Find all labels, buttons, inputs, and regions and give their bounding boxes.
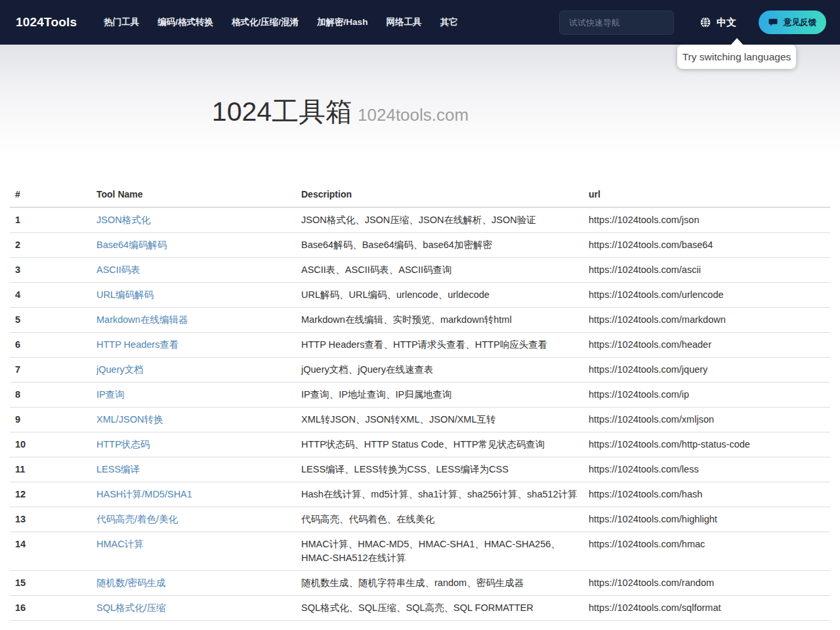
tool-name-link[interactable]: URL编码解码 — [96, 289, 154, 300]
tool-name-link[interactable]: HASH计算/MD5/SHA1 — [96, 489, 192, 499]
header-tool-name: Tool Name — [91, 182, 296, 207]
tool-url: https://1024tools.com/header — [583, 333, 830, 358]
tool-name-link[interactable]: IP查询 — [96, 389, 125, 400]
tool-description: 随机数生成、随机字符串生成、random、密码生成器 — [296, 571, 583, 596]
tool-url: https://1024tools.com/ascii — [583, 258, 830, 283]
tool-url: https://1024tools.com/base64 — [583, 233, 830, 258]
row-number: 13 — [10, 507, 91, 532]
table-row: 3 ASCII码表 ASCII表、ASCII码表、ASCII码查询 https:… — [10, 258, 830, 283]
table-row: 9 XML/JSON转换 XML转JSON、JSON转XML、JSON/XML互… — [10, 408, 830, 432]
menu-item-others[interactable]: 其它 — [430, 0, 467, 45]
row-number: 8 — [10, 383, 91, 408]
menu-item-crypto-hash[interactable]: 加解密/Hash — [308, 0, 377, 45]
row-number: 9 — [10, 408, 91, 432]
tool-name-link[interactable]: LESS编译 — [96, 464, 140, 474]
top-navbar: 1024Tools 热门工具 编码/格式转换 格式化/压缩/混淆 加解密/Has… — [0, 0, 840, 45]
table-row: 4 URL编码解码 URL解码、URL编码、urlencode、urldecod… — [10, 283, 830, 308]
tool-url: https://1024tools.com/hmac — [583, 532, 830, 571]
row-number: 1 — [10, 207, 91, 233]
tool-name-link[interactable]: Base64编码解码 — [96, 240, 167, 250]
tool-description: Markdown在线编辑、实时预览、markdown转html — [296, 308, 583, 333]
chat-bubble-icon — [768, 18, 778, 27]
feedback-label: 意见反馈 — [784, 17, 816, 28]
table-row: 5 Markdown在线编辑器 Markdown在线编辑、实时预览、markdo… — [10, 308, 830, 333]
tool-name-link[interactable]: jQuery文档 — [96, 364, 144, 375]
tool-description: ASCII表、ASCII码表、ASCII码查询 — [296, 258, 583, 283]
row-number: 15 — [10, 571, 91, 596]
row-number: 6 — [10, 333, 91, 358]
row-number: 4 — [10, 283, 91, 308]
tool-url: https://1024tools.com/less — [583, 457, 830, 482]
tool-description: 代码高亮、代码着色、在线美化 — [296, 507, 583, 532]
tool-url: https://1024tools.com/random — [583, 571, 830, 596]
tool-name-link[interactable]: JSON格式化 — [96, 215, 150, 225]
tool-name-link[interactable]: HMAC计算 — [96, 539, 144, 549]
tool-name-link[interactable]: SQL格式化/压缩 — [96, 602, 166, 613]
tool-description: XML转JSON、JSON转XML、JSON/XML互转 — [296, 408, 583, 432]
row-number: 11 — [10, 457, 91, 482]
row-number: 7 — [10, 358, 91, 383]
row-number: 5 — [10, 308, 91, 333]
table-body: 1 JSON格式化 JSON格式化、JSON压缩、JSON在线解析、JSON验证… — [10, 207, 830, 621]
tool-description: LESS编译、LESS转换为CSS、LESS编译为CSS — [296, 457, 583, 482]
row-number: 12 — [10, 482, 91, 507]
menu-item-hot-tools[interactable]: 热门工具 — [94, 0, 148, 45]
page-subtitle-domain: 1024tools.com — [358, 105, 469, 125]
tooltip-text: Try switching languages — [682, 51, 791, 63]
tool-name-link[interactable]: XML/JSON转换 — [96, 414, 163, 425]
table-header-row: # Tool Name Description url — [10, 182, 830, 207]
menu-item-encode-convert[interactable]: 编码/格式转换 — [148, 0, 222, 45]
language-switcher[interactable]: 中文 — [700, 16, 736, 29]
globe-icon — [700, 17, 711, 28]
table-row: 7 jQuery文档 jQuery文档、jQuery在线速查表 https://… — [10, 358, 830, 383]
table-row: 1 JSON格式化 JSON格式化、JSON压缩、JSON在线解析、JSON验证… — [10, 207, 830, 233]
row-number: 3 — [10, 258, 91, 283]
hero-header: 1024工具箱1024tools.com — [0, 45, 681, 130]
table-row: 6 HTTP Headers查看 HTTP Headers查看、HTTP请求头查… — [10, 333, 830, 358]
brand-logo[interactable]: 1024Tools — [16, 15, 77, 30]
tool-description: URL解码、URL编码、urlencode、urldecode — [296, 283, 583, 308]
tool-url: https://1024tools.com/markdown — [583, 308, 830, 333]
page-title: 1024工具箱 — [212, 96, 352, 127]
header-url: url — [583, 182, 830, 207]
language-label: 中文 — [717, 16, 736, 29]
tool-description: Hash在线计算、md5计算、sha1计算、sha256计算、sha512计算 — [296, 482, 583, 507]
tool-name-link[interactable]: 随机数/密码生成 — [96, 578, 166, 588]
row-number: 14 — [10, 532, 91, 571]
tool-description: HTTP状态码、HTTP Status Code、HTTP常见状态码查询 — [296, 432, 583, 457]
tool-description: JSON格式化、JSON压缩、JSON在线解析、JSON验证 — [296, 207, 583, 233]
tool-description: HTTP Headers查看、HTTP请求头查看、HTTP响应头查看 — [296, 333, 583, 358]
table-row: 13 代码高亮/着色/美化 代码高亮、代码着色、在线美化 https://102… — [10, 507, 830, 532]
tools-table: # Tool Name Description url 1 JSON格式化 JS… — [10, 182, 830, 621]
tool-name-link[interactable]: HTTP Headers查看 — [96, 339, 178, 350]
tool-url: https://1024tools.com/hash — [583, 482, 830, 507]
tool-description: IP查询、IP地址查询、IP归属地查询 — [296, 383, 583, 408]
tool-url: https://1024tools.com/urlencode — [583, 283, 830, 308]
table-row: 15 随机数/密码生成 随机数生成、随机字符串生成、random、密码生成器 h… — [10, 571, 830, 596]
main-menu: 热门工具 编码/格式转换 格式化/压缩/混淆 加解密/Hash 网络工具 其它 — [94, 0, 467, 45]
table-row: 8 IP查询 IP查询、IP地址查询、IP归属地查询 https://1024t… — [10, 383, 830, 408]
tool-url: https://1024tools.com/sqlformat — [583, 596, 830, 621]
table-row: 11 LESS编译 LESS编译、LESS转换为CSS、LESS编译为CSS h… — [10, 457, 830, 482]
tool-name-link[interactable]: HTTP状态码 — [96, 439, 150, 450]
tool-name-link[interactable]: ASCII码表 — [96, 264, 140, 275]
tool-url: https://1024tools.com/xmljson — [583, 408, 830, 432]
row-number: 16 — [10, 596, 91, 621]
tool-url: https://1024tools.com/highlight — [583, 507, 830, 532]
tool-description: HMAC计算、HMAC-MD5、HMAC-SHA1、HMAC-SHA256、HM… — [296, 532, 583, 571]
menu-item-format-compress[interactable]: 格式化/压缩/混淆 — [222, 0, 308, 45]
tool-name-link[interactable]: Markdown在线编辑器 — [96, 314, 188, 325]
row-number: 2 — [10, 233, 91, 258]
table-row: 12 HASH计算/MD5/SHA1 Hash在线计算、md5计算、sha1计算… — [10, 482, 830, 507]
tool-name-link[interactable]: 代码高亮/着色/美化 — [96, 514, 178, 524]
menu-item-network-tools[interactable]: 网络工具 — [377, 0, 430, 45]
feedback-button[interactable]: 意见反馈 — [759, 10, 826, 34]
quick-nav-search-input[interactable] — [559, 10, 674, 35]
tool-url: https://1024tools.com/http-status-code — [583, 432, 830, 457]
table-row: 10 HTTP状态码 HTTP状态码、HTTP Status Code、HTTP… — [10, 432, 830, 457]
table-row: 2 Base64编码解码 Base64解码、Base64编码、base64加密解… — [10, 233, 830, 258]
table-row: 16 SQL格式化/压缩 SQL格式化、SQL压缩、SQL高亮、SQL FORM… — [10, 596, 830, 621]
tool-url: https://1024tools.com/ip — [583, 383, 830, 408]
tool-description: Base64解码、Base64编码、base64加密解密 — [296, 233, 583, 258]
header-index: # — [10, 182, 91, 207]
